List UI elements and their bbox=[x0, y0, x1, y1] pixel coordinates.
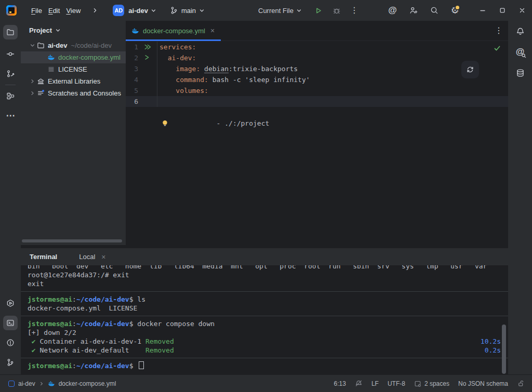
caret-position[interactable]: 6:13 bbox=[334, 380, 346, 387]
window-maximize-button[interactable] bbox=[499, 7, 506, 14]
menu-view[interactable]: View bbox=[63, 5, 84, 17]
reload-compose-button[interactable] bbox=[461, 61, 479, 78]
run-all-gutter-icon[interactable] bbox=[143, 43, 152, 51]
chevron-right-icon[interactable] bbox=[28, 90, 36, 96]
git-tool-icon[interactable] bbox=[3, 355, 18, 370]
line-number: 6 bbox=[126, 96, 138, 107]
terminal-prompt-line-active[interactable]: jstormes@ai:~/code/ai-dev$ bbox=[28, 361, 508, 370]
more-tools-icon[interactable]: ⋯ bbox=[3, 109, 18, 123]
run-config-chevron-down-icon[interactable] bbox=[296, 8, 302, 13]
gutter[interactable]: 4 bbox=[126, 74, 157, 85]
right-tool-strip: @ bbox=[508, 21, 532, 375]
project-chevron-down-icon bbox=[151, 8, 156, 13]
muted-notifications-icon[interactable] bbox=[355, 380, 363, 387]
gutter[interactable]: 3 bbox=[126, 63, 157, 74]
code-with-me-icon[interactable] bbox=[409, 6, 418, 15]
database-tool-icon[interactable] bbox=[513, 65, 527, 80]
terminal-block-separator bbox=[21, 291, 508, 292]
tree-row-root[interactable]: ai-dev ~/code/ai-dev bbox=[21, 39, 126, 51]
tree-row-external-libraries[interactable]: External Libraries bbox=[21, 75, 126, 87]
code-line-6-current[interactable]: 6 - ./:/project bbox=[126, 96, 508, 107]
breadcrumb-file[interactable]: docker-compose.yml bbox=[59, 380, 116, 387]
menu-edit[interactable]: Edit bbox=[45, 5, 63, 17]
problems-tool-icon[interactable] bbox=[3, 335, 18, 350]
terminal-body[interactable]: bin boot dev etc home lib lib64 media mn… bbox=[21, 265, 508, 375]
gutter[interactable]: 1 bbox=[126, 42, 157, 52]
vcs-widget[interactable]: main bbox=[170, 6, 205, 15]
node-label: Scratches and Consoles bbox=[48, 89, 121, 97]
ai-assistant-icon[interactable]: @ bbox=[388, 5, 397, 16]
line-ending-widget[interactable]: LF bbox=[371, 380, 379, 387]
code-line-2[interactable]: 2 ai-dev: bbox=[126, 52, 508, 63]
ide-logo-icon[interactable] bbox=[6, 5, 17, 16]
vcs-graph-tool-icon[interactable] bbox=[3, 66, 18, 81]
intention-bulb-icon[interactable] bbox=[162, 98, 202, 149]
structure-tool-icon[interactable] bbox=[3, 89, 18, 103]
terminal-block-separator bbox=[21, 316, 508, 316]
run-button[interactable] bbox=[314, 7, 322, 15]
json-schema-widget[interactable]: No JSON schema bbox=[458, 380, 508, 387]
statusbar-breadcrumb[interactable]: ai-dev docker-compose.yml bbox=[0, 380, 116, 387]
code-line-4[interactable]: 4 command: bash -c 'sleep infinity' bbox=[126, 74, 508, 85]
indent-widget[interactable]: 2 spaces bbox=[414, 380, 449, 387]
chevron-down-icon[interactable] bbox=[28, 43, 36, 48]
tree-row-license[interactable]: LICENSE bbox=[21, 63, 126, 75]
yaml-key: image: bbox=[159, 65, 200, 73]
duration-value: 0.2s bbox=[485, 346, 501, 355]
project-horizontal-scrollbar[interactable] bbox=[22, 239, 122, 242]
tree-row-scratches[interactable]: Scratches and Consoles bbox=[21, 87, 126, 99]
run-configuration[interactable]: Current File bbox=[258, 7, 294, 15]
yaml-key: services: bbox=[159, 43, 196, 51]
indent-config-icon bbox=[414, 380, 421, 387]
tree-row-docker-compose[interactable]: docker-compose.yml bbox=[21, 51, 126, 63]
menu-file[interactable]: File bbox=[28, 5, 45, 17]
project-badge[interactable]: AD bbox=[113, 5, 124, 16]
gutter[interactable]: 6 bbox=[126, 96, 157, 107]
folder-icon bbox=[36, 42, 45, 49]
terminal-line: docker-compose.yml LICENSE bbox=[28, 304, 508, 313]
code-editor[interactable]: 1 services: 2 ai-dev: 3 image: debian bbox=[126, 40, 508, 248]
project-widget[interactable]: ai-dev bbox=[128, 7, 148, 15]
ai-assistant-tool-icon[interactable]: @ bbox=[513, 45, 527, 59]
editor-options-kebab-icon[interactable]: ⋮ bbox=[495, 21, 503, 40]
code-line-5[interactable]: 5 volumes: bbox=[126, 85, 508, 96]
code-line-1[interactable]: 1 services: bbox=[126, 42, 508, 52]
yaml-key: ai-dev: bbox=[159, 54, 196, 62]
notifications-bell-icon[interactable] bbox=[513, 24, 527, 38]
inspections-ok-check-icon[interactable] bbox=[494, 45, 501, 52]
gutter[interactable]: 5 bbox=[126, 85, 157, 96]
editor-tab-docker-compose[interactable]: docker-compose.yml × bbox=[126, 21, 221, 40]
gutter[interactable]: 2 bbox=[126, 52, 157, 63]
code-line-3[interactable]: 3 image: debian:trixie-backports bbox=[126, 63, 508, 74]
breadcrumb-project[interactable]: ai-dev bbox=[18, 380, 35, 387]
search-icon[interactable] bbox=[430, 6, 438, 15]
encoding-widget[interactable]: UTF-8 bbox=[388, 380, 405, 387]
settings-gear-icon[interactable]: ⚙ bbox=[451, 6, 459, 15]
yaml-key: volumes: bbox=[159, 87, 208, 94]
terminal-tab-local[interactable]: Local × bbox=[79, 253, 105, 261]
run-gutter-icon[interactable] bbox=[143, 54, 152, 62]
unlocked-padlock-icon[interactable] bbox=[517, 380, 525, 387]
project-tool-icon[interactable] bbox=[3, 25, 18, 39]
commit-tool-icon[interactable] bbox=[3, 47, 18, 61]
project-panel-header[interactable]: Project bbox=[21, 21, 126, 39]
docker-file-icon bbox=[47, 53, 55, 61]
project-header-chevron-icon bbox=[55, 28, 61, 33]
project-square-icon bbox=[8, 381, 15, 387]
chevron-right-icon[interactable] bbox=[28, 78, 36, 84]
menu-overflow-chevron-icon[interactable] bbox=[88, 3, 102, 18]
debug-button[interactable] bbox=[332, 6, 341, 15]
indent-label: 2 spaces bbox=[424, 380, 449, 387]
terminal-prompt-line: jstormes@ai:~/code/ai-dev$ ls bbox=[28, 295, 508, 304]
window-minimize-button[interactable] bbox=[479, 7, 486, 14]
tab-close-icon[interactable]: × bbox=[210, 26, 215, 35]
window-close-button[interactable] bbox=[518, 7, 526, 14]
run-widget: Current File ⋮ bbox=[258, 0, 358, 21]
terminal-tab-close-icon[interactable]: × bbox=[101, 253, 105, 261]
terminal-scrollbar[interactable] bbox=[502, 325, 506, 374]
titlebar-left: File Edit View AD ai-dev main bbox=[6, 0, 205, 21]
image-link[interactable]: debian bbox=[204, 65, 229, 73]
kebab-menu-icon[interactable]: ⋮ bbox=[350, 6, 358, 15]
services-tool-icon[interactable] bbox=[3, 296, 18, 310]
terminal-tool-icon[interactable] bbox=[3, 316, 18, 330]
